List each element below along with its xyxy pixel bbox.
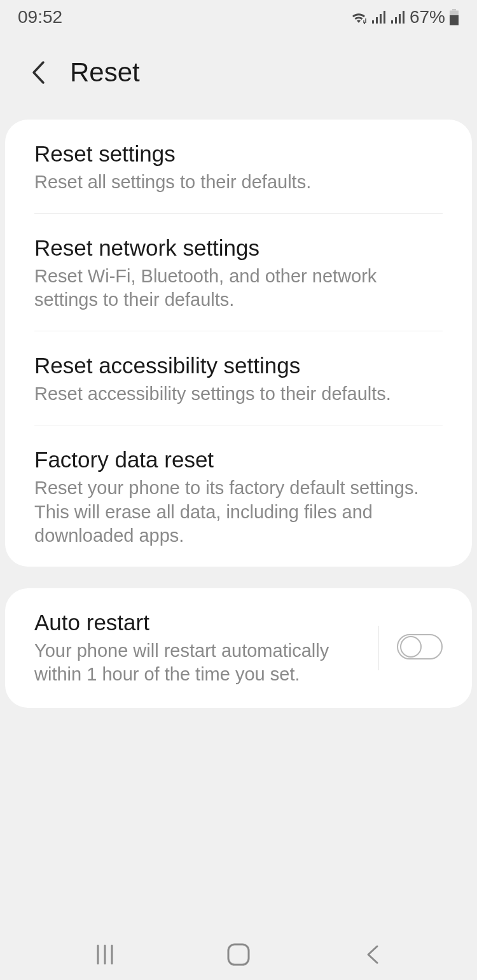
svg-rect-2 [380,14,382,24]
auto-restart-item[interactable]: Auto restart Your phone will restart aut… [5,588,472,708]
item-title: Reset accessibility settings [34,353,443,378]
status-bar: 09:52 67% [0,0,477,32]
home-button[interactable] [223,939,254,970]
svg-rect-16 [228,944,249,965]
item-desc: Reset accessibility settings to their de… [34,382,443,406]
svg-rect-5 [395,17,397,24]
status-right: 67% [350,7,459,27]
item-desc: Your phone will restart automatically wi… [34,639,367,686]
svg-point-12 [401,637,421,657]
auto-restart-toggle[interactable] [397,634,443,662]
svg-rect-4 [391,20,393,24]
status-time: 09:52 [18,7,62,27]
item-desc: Reset your phone to its factory default … [34,476,443,547]
battery-percentage: 67% [410,7,445,27]
reset-settings-item[interactable]: Reset settings Reset all settings to the… [5,120,472,213]
page-title: Reset [70,57,140,88]
reset-network-settings-item[interactable]: Reset network settings Reset Wi-Fi, Blue… [5,214,472,331]
recents-button[interactable] [89,939,121,970]
item-desc: Reset all settings to their defaults. [34,170,443,194]
reset-accessibility-settings-item[interactable]: Reset accessibility settings Reset acces… [5,331,472,425]
svg-rect-10 [450,15,459,25]
wifi-icon [350,10,368,24]
reset-options-card: Reset settings Reset all settings to the… [5,120,472,567]
signal-icon-1 [371,10,387,24]
svg-rect-8 [452,9,456,11]
item-desc: Reset Wi-Fi, Bluetooth, and other networ… [34,265,443,312]
svg-rect-6 [399,14,401,24]
item-title: Reset settings [34,141,443,167]
signal-icon-2 [391,10,406,24]
battery-icon [449,9,459,25]
auto-restart-card: Auto restart Your phone will restart aut… [5,588,472,708]
item-title: Reset network settings [34,235,443,261]
svg-rect-7 [403,11,404,24]
navigation-bar [0,929,477,980]
item-title: Factory data reset [34,447,443,473]
svg-rect-1 [376,17,378,24]
factory-data-reset-item[interactable]: Factory data reset Reset your phone to i… [5,425,472,566]
item-title: Auto restart [34,610,367,635]
back-button[interactable] [28,60,48,85]
back-nav-button[interactable] [356,939,388,970]
vertical-divider [378,626,379,670]
svg-rect-0 [372,20,374,24]
svg-rect-3 [384,11,385,24]
header: Reset [0,32,477,120]
